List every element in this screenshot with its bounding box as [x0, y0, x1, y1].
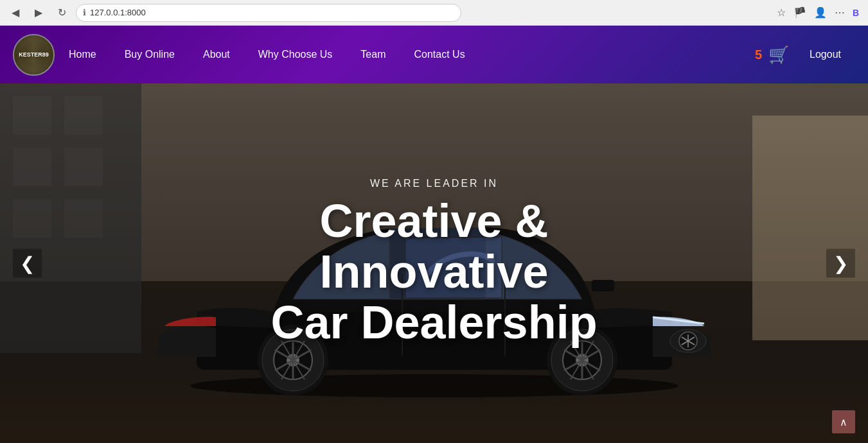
extension-icon[interactable]: B: [850, 5, 862, 21]
back-button[interactable]: ◀: [6, 4, 24, 22]
nav-item-contact-us[interactable]: Contact Us: [400, 26, 479, 83]
logout-button[interactable]: Logout: [795, 26, 855, 83]
hero-content: WE ARE LEADER IN Creative & Innovative C…: [217, 178, 651, 349]
star-icon[interactable]: ☆: [774, 4, 788, 21]
address-bar[interactable]: ℹ 127.0.0.1:8000: [76, 4, 461, 22]
flag-icon[interactable]: 🏴: [791, 4, 809, 21]
nav-item-about[interactable]: About: [189, 26, 244, 83]
navbar-right: 5 🛒 Logout: [755, 26, 855, 83]
navbar-nav: Home Buy Online About Why Choose Us Team…: [55, 26, 755, 83]
nav-item-home[interactable]: Home: [55, 26, 111, 83]
browser-right-icons: ☆ 🏴 👤 ⋯ B: [774, 4, 862, 21]
carousel-prev-button[interactable]: ❮: [13, 249, 42, 278]
hero-subtitle: WE ARE LEADER IN: [217, 178, 651, 189]
nav-item-buy-online[interactable]: Buy Online: [111, 26, 189, 83]
url-text: 127.0.0.1:8000: [90, 8, 146, 17]
hero-title: Creative & Innovative Car Dealership: [217, 196, 651, 349]
profile-icon[interactable]: 👤: [811, 4, 829, 21]
lock-icon: ℹ: [83, 8, 86, 17]
site-logo[interactable]: KESTER89: [13, 34, 55, 76]
hero-title-line1: Creative & Innovative: [319, 195, 548, 297]
forward-button[interactable]: ▶: [30, 4, 48, 22]
more-icon[interactable]: ⋯: [832, 4, 847, 21]
hero-section: WE ARE LEADER IN Creative & Innovative C…: [0, 83, 868, 443]
browser-chrome: ◀ ▶ ↻ ℹ 127.0.0.1:8000 ☆ 🏴 👤 ⋯ B: [0, 0, 868, 26]
cart-icon[interactable]: 🛒: [768, 45, 789, 65]
carousel-next-button[interactable]: ❯: [826, 249, 855, 278]
nav-item-why-choose-us[interactable]: Why Choose Us: [244, 26, 347, 83]
scroll-top-button[interactable]: ∧: [832, 410, 855, 433]
hero-title-line2: Car Dealership: [270, 297, 597, 349]
nav-item-team[interactable]: Team: [346, 26, 400, 83]
logo-text: KESTER89: [19, 51, 49, 58]
refresh-button[interactable]: ↻: [53, 4, 71, 22]
cart-count: 5: [755, 48, 762, 62]
navbar: KESTER89 Home Buy Online About Why Choos…: [0, 26, 868, 83]
